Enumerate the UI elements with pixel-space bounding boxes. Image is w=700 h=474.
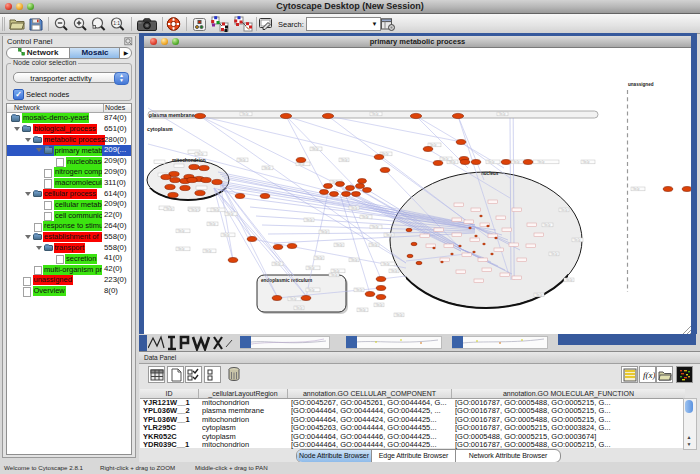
svg-text:Ybx1p: Ybx1p	[395, 313, 403, 317]
svg-text:nucleus: nucleus	[481, 171, 499, 176]
svg-text:Ybx1p: Ybx1p	[340, 158, 348, 162]
svg-text:Ybx1p: Ybx1p	[371, 112, 379, 116]
svg-text:Ybx1p: Ybx1p	[543, 223, 551, 227]
svg-text:Ybx1p: Ybx1p	[295, 306, 303, 310]
svg-text:Ybx1p: Ybx1p	[315, 256, 323, 260]
svg-text:Ybx1p: Ybx1p	[350, 206, 358, 210]
svg-text:Ybx1p: Ybx1p	[382, 262, 390, 266]
svg-text:Ybx1p: Ybx1p	[498, 112, 506, 116]
svg-text:Ybx1p: Ybx1p	[371, 225, 379, 229]
svg-text:Ybx1p: Ybx1p	[573, 238, 581, 242]
svg-text:Ybx1p: Ybx1p	[355, 288, 363, 292]
svg-text:Ybx1p: Ybx1p	[350, 258, 358, 262]
svg-text:Ybx1p: Ybx1p	[335, 243, 343, 247]
svg-text:Ybx1p: Ybx1p	[241, 112, 249, 116]
svg-text:Ybx1p: Ybx1p	[560, 208, 568, 212]
svg-text:Ybx1p: Ybx1p	[204, 249, 212, 253]
svg-text:mitochondrion: mitochondrion	[172, 158, 206, 163]
svg-text:Ybx1p: Ybx1p	[190, 208, 198, 212]
svg-text:Ybx1p: Ybx1p	[535, 293, 543, 297]
svg-text:Ybx1p: Ybx1p	[289, 297, 297, 301]
svg-text:Ybx1p: Ybx1p	[385, 233, 393, 237]
svg-text:1:1: 1:1	[113, 20, 120, 26]
svg-text:Ybx1p: Ybx1p	[263, 166, 271, 170]
svg-text:unassigned: unassigned	[628, 82, 654, 87]
svg-text:Ybx1p: Ybx1p	[177, 229, 185, 233]
svg-text:Ybx1p: Ybx1p	[196, 152, 204, 156]
svg-text:Ybx1p: Ybx1p	[375, 303, 383, 307]
svg-text:Ybx1p: Ybx1p	[565, 278, 573, 282]
svg-text:Ybx1p: Ybx1p	[177, 247, 185, 251]
svg-text:Ybx1p: Ybx1p	[550, 252, 558, 256]
svg-text:Ybx1p: Ybx1p	[311, 147, 319, 151]
svg-text:Ybx1p: Ybx1p	[370, 243, 378, 247]
svg-text:Ybx1p: Ybx1p	[537, 160, 545, 164]
svg-text:Ybx1p: Ybx1p	[273, 262, 281, 266]
svg-text:Ybx1p: Ybx1p	[429, 143, 437, 147]
svg-text:Ybx1p: Ybx1p	[582, 160, 590, 164]
svg-text:Ybx1p: Ybx1p	[441, 157, 449, 161]
svg-text:Ybx1p: Ybx1p	[361, 215, 369, 219]
svg-text:Ybx1p: Ybx1p	[226, 212, 234, 216]
svg-text:Ybx1p: Ybx1p	[332, 269, 340, 273]
svg-text:Ybx1p: Ybx1p	[448, 160, 456, 164]
svg-text:Ybx1p: Ybx1p	[330, 273, 338, 277]
svg-text:cytoplasm: cytoplasm	[147, 126, 173, 132]
svg-text:Ybx1p: Ybx1p	[165, 207, 173, 211]
svg-text:Ybx1p: Ybx1p	[305, 218, 313, 222]
svg-text:Ybx1p: Ybx1p	[307, 288, 315, 292]
svg-text:Ybx1p: Ybx1p	[390, 269, 398, 273]
svg-text:Ybx1p: Ybx1p	[307, 266, 315, 270]
svg-text:f(x): f(x)	[643, 370, 655, 380]
svg-text:Ybx1p: Ybx1p	[320, 230, 328, 234]
svg-text:Ybx1p: Ybx1p	[238, 158, 246, 162]
svg-text:Ybx1p: Ybx1p	[212, 208, 220, 212]
svg-text:Ybx1p: Ybx1p	[358, 308, 366, 312]
svg-text:Ybx1p: Ybx1p	[487, 160, 495, 164]
svg-text:Ybx1p: Ybx1p	[208, 222, 216, 226]
svg-text:Ybx1p: Ybx1p	[632, 187, 640, 191]
svg-text:Ybx1p: Ybx1p	[222, 233, 230, 237]
svg-text:Ybx1p: Ybx1p	[512, 160, 520, 164]
